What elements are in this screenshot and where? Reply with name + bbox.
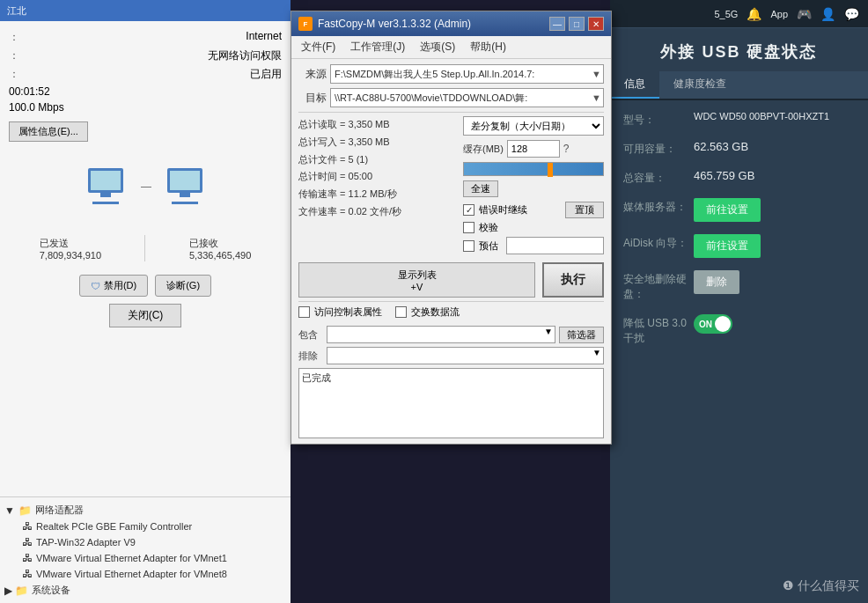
stat-filespeed: 文件速率 = 0.02 文件/秒 bbox=[298, 203, 458, 221]
router-topbar: 5_5G 🔔 App 🎮 👤 💬 bbox=[610, 0, 868, 28]
progress-bar-outer bbox=[463, 162, 604, 176]
avail-value: 62.563 GB bbox=[694, 140, 855, 153]
buffer-input[interactable] bbox=[507, 140, 560, 158]
monitor-icon bbox=[88, 168, 123, 193]
exchange-checkbox[interactable] bbox=[395, 306, 407, 318]
fullspeed-button[interactable]: 全速 bbox=[463, 180, 498, 197]
network-row-speed: 100.0 Mbps bbox=[9, 101, 282, 114]
source-dropdown-arrow[interactable]: ▼ bbox=[592, 69, 601, 79]
tree-header-adapter: ▼ 📁 网络适配器 bbox=[4, 502, 286, 518]
vmnet8-icon: 🖧 bbox=[22, 568, 33, 580]
disable-button[interactable]: 🛡 禁用(D) bbox=[79, 275, 148, 297]
model-label: 型号： bbox=[623, 111, 694, 128]
fc-menu-help[interactable]: 帮助(H) bbox=[465, 38, 511, 56]
shield-icon: 🛡 bbox=[91, 281, 100, 291]
include-input[interactable]: ▼ bbox=[327, 326, 555, 343]
minimize-button[interactable]: — bbox=[549, 17, 565, 31]
estimate-checkbox[interactable] bbox=[463, 240, 474, 252]
exchange-label: 交换数据流 bbox=[411, 305, 460, 319]
dest-label: 目标 bbox=[298, 91, 327, 106]
verify-checkbox[interactable] bbox=[463, 222, 474, 233]
system-folder-icon: ▶ 📁 bbox=[4, 585, 28, 597]
avail-label: 可用容量： bbox=[623, 140, 694, 157]
received-section: 已接收 5,336,465,490 bbox=[189, 237, 251, 261]
stat-files: 总计文件 = 5 (1) bbox=[298, 151, 458, 169]
filter-button[interactable]: 筛选器 bbox=[559, 327, 604, 343]
fc-access-ctrl-row: 访问控制表属性 bbox=[298, 305, 382, 319]
time-value: 00:01:52 bbox=[9, 85, 50, 98]
fc-dest-row: 目标 \\RT-AC88U-5700\Movie\TDDOWNLOAD\舞: ▼ bbox=[298, 88, 604, 107]
system-label: 系统设备 bbox=[32, 584, 70, 597]
media-label: 媒体服务器： bbox=[623, 198, 694, 215]
aidisk-settings-button[interactable]: 前往设置 bbox=[694, 234, 761, 258]
stat-speed: 传输速率 = 11.2 MB/秒 bbox=[298, 186, 458, 203]
pc-base-icon bbox=[92, 202, 119, 204]
diagnose-button[interactable]: 诊断(G) bbox=[155, 275, 211, 297]
tab-health[interactable]: 健康度检查 bbox=[659, 71, 740, 99]
stat-read: 总计读取 = 3,350 MB bbox=[298, 116, 458, 134]
adapter-folder-icon: 📁 bbox=[18, 504, 32, 517]
router-panel: 5_5G 🔔 App 🎮 👤 💬 外接 USB 硬盘状态 信息 健康度检查 型号… bbox=[610, 0, 868, 603]
tree-footer-system: ▶ 📁 系统设备 bbox=[4, 582, 286, 599]
fc-body: 来源 F:\SMZDM\舞出我人生5 Step.Up.All.In.2014.7… bbox=[291, 59, 611, 444]
tab-info[interactable]: 信息 bbox=[610, 71, 659, 99]
details-button[interactable]: 属性信息(E)... bbox=[9, 121, 88, 142]
gamepad-icon: 🎮 bbox=[797, 7, 812, 21]
router-info-section: 型号： WDC WD50 00BPVT-00HXZT1 可用容量： 62.563… bbox=[610, 100, 868, 369]
total-value: 465.759 GB bbox=[694, 169, 855, 182]
fc-menu-file[interactable]: 文件(F) bbox=[296, 38, 341, 56]
fc-estimate-row: 预估 bbox=[463, 237, 604, 254]
tree-expand-icon: ▼ bbox=[4, 504, 15, 517]
buffer-label: 缓存(MB) bbox=[463, 143, 504, 156]
network-row-access: ： 无网络访问权限 bbox=[9, 48, 282, 63]
reset-button[interactable]: 置顶 bbox=[565, 202, 604, 218]
exclude-input[interactable]: ▼ bbox=[327, 347, 604, 364]
fc-title-left: F FastCopy-M ver3.1.3.32 (Admin) bbox=[298, 17, 471, 31]
progress-container: 全速 bbox=[463, 162, 604, 197]
app-label: App bbox=[770, 9, 788, 19]
question-mark[interactable]: ? bbox=[563, 143, 570, 155]
source-input[interactable]: F:\SMZDM\舞出我人生5 Step.Up.All.In.2014.7: ▼ bbox=[330, 64, 604, 84]
realtek-label: Realtek PCIe GBE Family Controller bbox=[36, 521, 192, 532]
error-continue-checkbox[interactable] bbox=[463, 204, 474, 216]
user-icon: 👤 bbox=[820, 7, 835, 21]
fc-include-area: 包含 ▼ 筛选器 bbox=[298, 326, 604, 343]
monitor-icon-2 bbox=[167, 168, 202, 193]
delete-button[interactable]: 删除 bbox=[694, 270, 739, 294]
verify-label: 校验 bbox=[479, 221, 498, 234]
display-button[interactable]: 显示列表 +V bbox=[298, 262, 535, 298]
model-row: 型号： WDC WD50 00BPVT-00HXZT1 bbox=[623, 111, 855, 128]
display-label: 显示列表 +V bbox=[398, 268, 437, 292]
close-window-button[interactable]: ✕ bbox=[588, 17, 604, 31]
access-ctrl-checkbox[interactable] bbox=[298, 306, 310, 318]
mode-select[interactable]: 差分复制（大小/日期） bbox=[463, 116, 604, 136]
maximize-button[interactable]: □ bbox=[569, 17, 585, 31]
execute-button[interactable]: 执行 bbox=[542, 262, 604, 298]
close-area: 关闭(C) bbox=[9, 297, 282, 335]
sent-label-text: 已发送 bbox=[40, 237, 101, 250]
close-button[interactable]: 关闭(C) bbox=[109, 304, 182, 327]
internet-label: ： bbox=[9, 30, 19, 45]
include-dropdown-arrow: ▼ bbox=[544, 327, 553, 336]
internet-value: Internet bbox=[246, 30, 282, 45]
vmnet8-label: VMware Virtual Ethernet Adapter for VMne… bbox=[36, 569, 227, 579]
watermark: ❶ 什么值得买 bbox=[783, 578, 859, 594]
status-value: 已启用 bbox=[250, 67, 282, 82]
fc-menu-options[interactable]: 选项(S) bbox=[415, 38, 460, 56]
fc-menu-manage[interactable]: 工作管理(J) bbox=[345, 38, 410, 56]
router-tabs: 信息 健康度检查 bbox=[610, 71, 868, 100]
dest-dropdown-arrow[interactable]: ▼ bbox=[592, 92, 601, 103]
usb-toggle-switch[interactable]: ON bbox=[694, 314, 732, 334]
tree-item-vmnet1: 🖧 VMware Virtual Ethernet Adapter for VM… bbox=[4, 550, 286, 566]
network-center-area: — bbox=[9, 142, 282, 231]
error-continue-label: 错误时继续 bbox=[479, 203, 527, 217]
dest-input[interactable]: \\RT-AC88U-5700\Movie\TDDOWNLOAD\舞: ▼ bbox=[330, 88, 604, 107]
dest-path-text: \\RT-AC88U-5700\Movie\TDDOWNLOAD\舞: bbox=[335, 92, 527, 105]
chat-icon: 💬 bbox=[844, 7, 859, 21]
estimate-input[interactable] bbox=[506, 237, 604, 254]
device-tree: ▼ 📁 网络适配器 🖧 Realtek PCIe GBE Family Cont… bbox=[0, 496, 291, 603]
network-row-status: ： 已启用 bbox=[9, 67, 282, 82]
tree-item-realtek: 🖧 Realtek PCIe GBE Family Controller bbox=[4, 518, 286, 534]
toggle-knob bbox=[715, 316, 731, 332]
media-settings-button[interactable]: 前往设置 bbox=[694, 198, 761, 222]
